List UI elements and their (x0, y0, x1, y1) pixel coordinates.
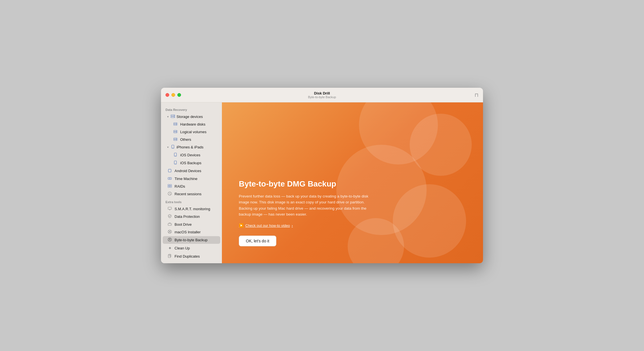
data-protection-label: Data Protection (175, 214, 200, 219)
titlebar: Disk Drill Byte-to-byte Backup ⊓ (161, 88, 483, 102)
close-button[interactable] (166, 93, 169, 97)
svg-point-3 (174, 117, 175, 117)
content-text-block: Byte-to-byte DMG Backup Prevent further … (239, 179, 374, 246)
time-machine-icon (167, 176, 172, 181)
svg-rect-8 (174, 130, 177, 131)
main-layout: Data Recovery ▾ Storage devices (161, 102, 483, 263)
hardware-disks-label: Hardware disks (180, 122, 206, 126)
sidebar-item-find-duplicates[interactable]: Find Duplicates (163, 253, 220, 260)
sidebar-item-others[interactable]: Others (163, 136, 220, 143)
app-subtitle: Byte-to-byte Backup (308, 95, 336, 99)
titlebar-center: Disk Drill Byte-to-byte Backup (308, 91, 336, 99)
logical-volumes-icon (173, 130, 178, 134)
sidebar-item-byte-to-byte-backup[interactable]: Byte-to-byte Backup (163, 236, 220, 244)
others-label: Others (180, 137, 191, 142)
svg-rect-30 (170, 185, 172, 186)
link-arrow: › (292, 223, 293, 228)
sidebar-item-iphones-ipads[interactable]: ▾ iPhones & iPads (163, 143, 220, 151)
clean-up-icon: ✦ (167, 245, 172, 251)
svg-point-6 (176, 123, 177, 123)
svg-point-11 (176, 132, 177, 132)
byte-backup-icon (167, 238, 172, 242)
svg-rect-13 (174, 139, 177, 141)
sidebar-item-time-machine[interactable]: Time Machine (163, 175, 220, 182)
ios-devices-label: iOS Devices (180, 153, 200, 157)
svg-rect-5 (174, 124, 177, 125)
macos-installer-label: macOS Installer (175, 230, 200, 234)
sidebar-item-ios-backups[interactable]: iOS Backups (163, 159, 220, 167)
raids-icon (167, 184, 172, 188)
time-machine-label: Time Machine (175, 177, 197, 181)
link-text: Check out our how-to video (245, 223, 290, 228)
find-duplicates-label: Find Duplicates (175, 254, 200, 258)
others-icon (173, 137, 178, 142)
video-icon: ▶️ (239, 223, 244, 228)
svg-rect-32 (170, 186, 172, 188)
svg-point-28 (169, 178, 170, 179)
sidebar: Data Recovery ▾ Storage devices (161, 102, 222, 263)
app-title: Disk Drill (308, 91, 336, 95)
ios-device-icon (173, 153, 178, 157)
android-devices-label: Android Devices (175, 169, 201, 173)
sidebar-item-boot-drive[interactable]: Boot Drive (163, 221, 220, 228)
sidebar-item-storage-devices[interactable]: ▾ Storage devices (163, 113, 220, 120)
find-duplicates-icon (167, 254, 172, 259)
svg-rect-9 (174, 132, 177, 133)
app-window: Disk Drill Byte-to-byte Backup ⊓ Data Re… (161, 88, 483, 263)
sidebar-item-data-protection[interactable]: Data Protection (163, 213, 220, 220)
svg-point-7 (176, 124, 177, 125)
sidebar-item-raids[interactable]: RAIDs (163, 183, 220, 190)
svg-rect-34 (168, 207, 171, 209)
svg-rect-22 (168, 169, 171, 172)
storage-devices-icon (170, 114, 175, 119)
recent-sessions-label: Recent sessions (175, 192, 201, 196)
iphones-ipads-label: iPhones & iPads (177, 145, 203, 149)
sidebar-item-clean-up[interactable]: ✦ Clean Up (163, 244, 220, 252)
byte-to-byte-backup-label: Byte-to-byte Backup (175, 238, 208, 242)
svg-point-14 (176, 138, 177, 139)
android-icon (167, 168, 172, 173)
book-icon[interactable]: ⊓ (475, 92, 478, 98)
content-area: Byte-to-byte DMG Backup Prevent further … (222, 102, 483, 263)
chevron-down-icon-2: ▾ (167, 146, 169, 149)
ok-lets-do-it-button[interactable]: OK, let's do it (239, 236, 276, 246)
smart-icon (167, 207, 172, 211)
svg-point-41 (171, 224, 171, 225)
boot-drive-icon (167, 222, 172, 227)
sidebar-item-ios-devices[interactable]: iOS Devices (163, 151, 220, 159)
how-to-video-link[interactable]: ▶️ Check out our how-to video › (239, 223, 374, 228)
shield-icon (167, 214, 172, 219)
boot-drive-label: Boot Drive (175, 222, 192, 227)
sidebar-item-recent-sessions[interactable]: Recent sessions (163, 190, 220, 198)
svg-point-2 (174, 115, 175, 116)
ios-backup-icon (173, 161, 178, 165)
ios-backups-label: iOS Backups (180, 161, 201, 165)
iphone-icon (170, 145, 175, 150)
raids-label: RAIDs (175, 184, 185, 188)
section-extra-tools: Extra tools (161, 198, 222, 205)
chevron-down-icon: ▾ (167, 115, 169, 118)
content-description: Prevent further data loss — back up your… (239, 193, 374, 218)
svg-rect-12 (174, 138, 177, 139)
sidebar-item-smart-monitoring[interactable]: S.M.A.R.T. monitoring (163, 205, 220, 212)
svg-rect-31 (168, 186, 170, 188)
sidebar-item-hardware-disks[interactable]: Hardware disks (163, 120, 220, 128)
svg-rect-29 (168, 185, 170, 186)
macos-installer-icon (167, 230, 172, 234)
smart-monitoring-label: S.M.A.R.T. monitoring (175, 207, 210, 211)
clean-up-label: Clean Up (175, 246, 190, 250)
sidebar-item-logical-volumes[interactable]: Logical volumes (163, 128, 220, 135)
section-data-recovery: Data Recovery (161, 106, 222, 113)
svg-rect-4 (174, 123, 177, 124)
sidebar-item-macos-installer[interactable]: macOS Installer (163, 228, 220, 236)
svg-point-15 (176, 140, 177, 140)
content-title: Byte-to-byte DMG Backup (239, 179, 374, 189)
titlebar-actions: ⊓ (475, 92, 478, 98)
recent-sessions-icon (167, 192, 172, 196)
storage-devices-label: Storage devices (177, 115, 203, 119)
maximize-button[interactable] (177, 93, 181, 97)
hardware-disks-icon (173, 122, 178, 126)
sidebar-item-android-devices[interactable]: Android Devices (163, 167, 220, 175)
logical-volumes-label: Logical volumes (180, 130, 206, 134)
minimize-button[interactable] (171, 93, 175, 97)
